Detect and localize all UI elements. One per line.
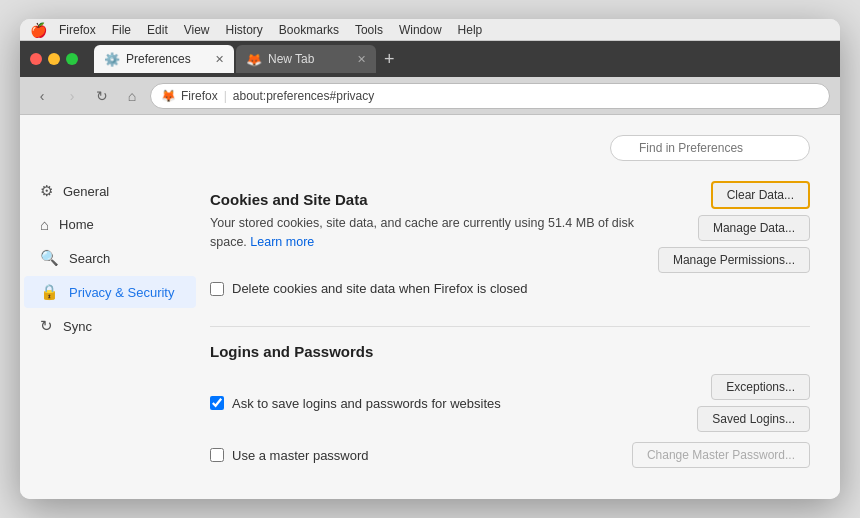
preferences-tab-icon: ⚙️ [104, 52, 120, 67]
menu-bookmarks[interactable]: Bookmarks [275, 23, 343, 37]
master-password-buttons: Change Master Password... [632, 442, 810, 468]
find-bar-container: 🔍 [210, 135, 810, 161]
tab-preferences[interactable]: ⚙️ Preferences ✕ [94, 45, 234, 73]
firefox-logo-icon: 🦊 [161, 89, 175, 103]
menu-tools[interactable]: Tools [351, 23, 387, 37]
logins-header-row: Logins and Passwords [210, 343, 810, 366]
general-icon: ⚙ [40, 182, 53, 200]
manage-data-button[interactable]: Manage Data... [698, 215, 810, 241]
new-tab-button[interactable]: + [378, 49, 401, 70]
toolbar: ‹ › ↻ ⌂ 🦊 Firefox | about:preferences#pr… [20, 77, 840, 115]
reload-button[interactable]: ↻ [90, 84, 114, 108]
logins-buttons: Exceptions... Saved Logins... [650, 374, 810, 432]
sidebar-item-general[interactable]: ⚙ General [24, 175, 196, 207]
content-area: 🔍 Cookies and Site Data Your stored cook… [200, 115, 840, 499]
master-password-checkbox[interactable] [210, 448, 224, 462]
sidebar-item-sync[interactable]: ↻ Sync [24, 310, 196, 342]
master-password-label: Use a master password [232, 448, 369, 463]
tab-new-tab-close[interactable]: ✕ [357, 53, 366, 66]
titlebar: ⚙️ Preferences ✕ 🦊 New Tab ✕ + [20, 41, 840, 77]
minimize-button[interactable] [48, 53, 60, 65]
find-wrapper: 🔍 [610, 135, 810, 161]
sidebar-item-search[interactable]: 🔍 Search [24, 242, 196, 274]
change-master-password-button[interactable]: Change Master Password... [632, 442, 810, 468]
menu-window[interactable]: Window [395, 23, 446, 37]
ask-save-label: Ask to save logins and passwords for web… [232, 396, 501, 411]
tab-new-tab-label: New Tab [268, 52, 314, 66]
home-icon: ⌂ [40, 216, 49, 233]
tab-new-tab[interactable]: 🦊 New Tab ✕ [236, 45, 376, 73]
menu-view[interactable]: View [180, 23, 214, 37]
apple-menu-icon[interactable]: 🍎 [30, 22, 47, 38]
cookies-buttons: Clear Data... Manage Data... Manage Perm… [650, 181, 810, 273]
search-icon: 🔍 [40, 249, 59, 267]
cookies-description: Your stored cookies, site data, and cach… [210, 214, 650, 252]
new-tab-icon: 🦊 [246, 52, 262, 67]
sidebar-item-home-label: Home [59, 217, 94, 232]
close-button[interactable] [30, 53, 42, 65]
back-button[interactable]: ‹ [30, 84, 54, 108]
delete-cookies-label: Delete cookies and site data when Firefo… [232, 281, 528, 296]
sidebar-item-sync-label: Sync [63, 319, 92, 334]
main-content: ⚙ General ⌂ Home 🔍 Search 🔒 Privacy & Se… [20, 115, 840, 499]
menu-firefox[interactable]: Firefox [55, 23, 100, 37]
menu-edit[interactable]: Edit [143, 23, 172, 37]
privacy-icon: 🔒 [40, 283, 59, 301]
sidebar-item-home[interactable]: ⌂ Home [24, 209, 196, 240]
address-separator: | [224, 89, 227, 103]
cookies-left: Cookies and Site Data Your stored cookie… [210, 191, 650, 264]
find-in-preferences-input[interactable] [610, 135, 810, 161]
logins-section: Logins and Passwords Ask to save logins … [210, 343, 810, 468]
sidebar-item-privacy[interactable]: 🔒 Privacy & Security [24, 276, 196, 308]
tab-preferences-label: Preferences [126, 52, 191, 66]
logins-title: Logins and Passwords [210, 343, 373, 360]
exceptions-button[interactable]: Exceptions... [711, 374, 810, 400]
learn-more-link[interactable]: Learn more [250, 235, 314, 249]
cookies-title: Cookies and Site Data [210, 191, 650, 208]
clear-data-button[interactable]: Clear Data... [711, 181, 810, 209]
sidebar-item-general-label: General [63, 184, 109, 199]
address-url: about:preferences#privacy [233, 89, 374, 103]
address-site: Firefox [181, 89, 218, 103]
sync-icon: ↻ [40, 317, 53, 335]
sidebar-item-search-label: Search [69, 251, 110, 266]
section-divider [210, 326, 810, 327]
delete-cookies-row: Delete cookies and site data when Firefo… [210, 281, 810, 296]
mac-menubar: 🍎 Firefox File Edit View History Bookmar… [20, 19, 840, 41]
home-button[interactable]: ⌂ [120, 84, 144, 108]
ask-save-checkbox[interactable] [210, 396, 224, 410]
sidebar: ⚙ General ⌂ Home 🔍 Search 🔒 Privacy & Se… [20, 115, 200, 499]
tab-preferences-close[interactable]: ✕ [215, 53, 224, 66]
maximize-button[interactable] [66, 53, 78, 65]
menu-file[interactable]: File [108, 23, 135, 37]
manage-permissions-button[interactable]: Manage Permissions... [658, 247, 810, 273]
sidebar-item-privacy-label: Privacy & Security [69, 285, 174, 300]
master-password-row: Use a master password Change Master Pass… [210, 442, 810, 468]
forward-button[interactable]: › [60, 84, 84, 108]
tabs-area: ⚙️ Preferences ✕ 🦊 New Tab ✕ + [94, 45, 830, 73]
ask-save-logins-row: Ask to save logins and passwords for web… [210, 374, 810, 432]
ask-save-checkbox-row: Ask to save logins and passwords for web… [210, 396, 501, 411]
saved-logins-button[interactable]: Saved Logins... [697, 406, 810, 432]
logins-left: Logins and Passwords [210, 343, 373, 366]
cookies-section: Cookies and Site Data Your stored cookie… [210, 181, 810, 296]
menu-help[interactable]: Help [454, 23, 487, 37]
address-bar[interactable]: 🦊 Firefox | about:preferences#privacy [150, 83, 830, 109]
cookies-header-row: Cookies and Site Data Your stored cookie… [210, 181, 810, 273]
traffic-lights [30, 53, 78, 65]
menu-history[interactable]: History [222, 23, 267, 37]
master-password-checkbox-row: Use a master password [210, 448, 369, 463]
delete-cookies-checkbox[interactable] [210, 282, 224, 296]
